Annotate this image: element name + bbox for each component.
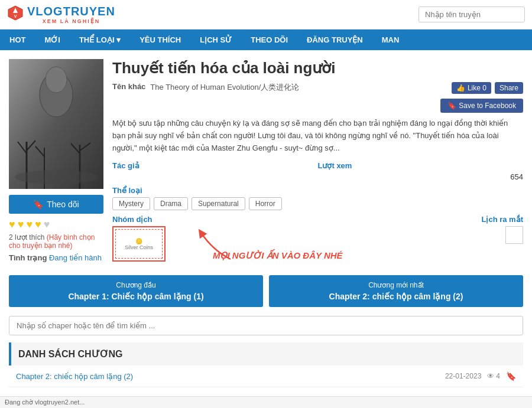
svg-point-13 bbox=[46, 67, 67, 93]
lich-label: Lịch ra mắt bbox=[318, 215, 524, 224]
tag-horror[interactable]: Horror bbox=[249, 197, 282, 210]
logo-text: VLOGTRUYEN XEM LÀ NGHIỆN bbox=[27, 5, 115, 24]
latest-chapter-title: Chapter 2: chiếc hộp câm lặng (2) bbox=[275, 292, 517, 301]
annotation-area: MỌI NGƯỜI ẤN VÀO ĐÂY NHÉ bbox=[195, 227, 242, 264]
save-facebook-button[interactable]: 🔖 Save to Facebook bbox=[440, 99, 523, 113]
status-value: Đang tiến hành bbox=[49, 253, 102, 262]
alt-name-label: Tên khác bbox=[112, 82, 145, 91]
views-label: Lượt xem bbox=[318, 161, 524, 170]
views-col: Lượt xem 654 bbox=[318, 161, 524, 181]
like-button[interactable]: 👍 Like 0 bbox=[452, 82, 491, 94]
heart-5[interactable]: ♥ bbox=[44, 218, 50, 231]
alt-name-value: The Theory of Human Evolution/人类进化论 bbox=[150, 82, 447, 93]
view-count: 4 bbox=[496, 372, 500, 380]
chapter-search[interactable] bbox=[9, 316, 523, 335]
latest-chapter-label: Chương mới nhất bbox=[275, 281, 517, 289]
bookmark-icon-follow: 🔖 bbox=[33, 200, 43, 209]
author-label: Tác giả bbox=[112, 161, 318, 170]
header: V VLOGTRUYEN XEM LÀ NGHIỆN bbox=[0, 0, 532, 30]
cover-image bbox=[9, 59, 103, 189]
author-col: Tác giả bbox=[112, 161, 318, 181]
genre-label: Thể loại bbox=[112, 186, 523, 195]
bookmark-icon-fb: 🔖 bbox=[447, 102, 456, 110]
status-bar-text: Đang chờ vlogtruyen2.net... bbox=[5, 399, 85, 406]
chapter-date: 22-01-2023 bbox=[445, 372, 481, 380]
status-bar: Đang chờ vlogtruyen2.net... bbox=[0, 396, 532, 408]
first-chapter-label: Chương đầu bbox=[15, 281, 257, 289]
nav-new[interactable]: MỚI bbox=[35, 30, 69, 50]
latest-chapter-button[interactable]: Chương mới nhất Chapter 2: chiếc hộp câm… bbox=[269, 275, 523, 307]
thumbs-up-icon: 👍 bbox=[456, 84, 465, 92]
nav-history[interactable]: LỊCH SỬ bbox=[190, 30, 241, 50]
nav-man[interactable]: MAN bbox=[372, 30, 409, 50]
first-chapter-title: Chapter 1: Chiếc hộp câm lặng (1) bbox=[15, 292, 257, 301]
logo-area: V VLOGTRUYEN XEM LÀ NGHIỆN bbox=[7, 5, 115, 24]
silver-coins-text: Silver Coins bbox=[125, 244, 153, 250]
chapter-meta: 22-01-2023 👁 4 🔖 bbox=[445, 371, 516, 381]
genre-row: Thể loại Mystery Drama Supernatural Horr… bbox=[112, 186, 523, 210]
tag-drama[interactable]: Drama bbox=[154, 197, 188, 210]
social-buttons: 👍 Like 0 Share bbox=[452, 82, 523, 94]
search-box[interactable] bbox=[419, 6, 525, 22]
svg-point-14 bbox=[15, 170, 98, 184]
manga-header: 🔖 Theo dõi ♥ ♥ ♥ ♥ ♥ 2 lượt thích (Hãy b… bbox=[9, 59, 523, 266]
heart-2[interactable]: ♥ bbox=[18, 218, 24, 231]
logo-icon: V bbox=[7, 5, 24, 24]
chapter-name[interactable]: Chapter 2: chiếc hộp câm lặng (2) bbox=[16, 372, 133, 381]
chapter-search-input[interactable] bbox=[9, 316, 523, 335]
lich-box bbox=[505, 226, 523, 244]
first-chapter-button[interactable]: Chương đầu Chapter 1: Chiếc hộp câm lặng… bbox=[9, 275, 263, 307]
search-input[interactable] bbox=[419, 6, 525, 22]
manga-description: Một bộ sưu tập những câu chuyện kỳ lạ và… bbox=[112, 117, 523, 154]
share-button[interactable]: Share bbox=[495, 82, 523, 94]
nav-favorite[interactable]: YÊU THÍCH bbox=[130, 30, 190, 50]
like-label: Like 0 bbox=[468, 84, 486, 92]
silver-coins-inner: 🪙 Silver Coins bbox=[115, 229, 163, 259]
svg-text:V: V bbox=[14, 14, 17, 18]
manga-cover: 🔖 Theo dõi ♥ ♥ ♥ ♥ ♥ 2 lượt thích (Hãy b… bbox=[9, 59, 103, 266]
genre-tags: Mystery Drama Supernatural Horror bbox=[112, 197, 523, 210]
save-fb-row: 🔖 Save to Facebook bbox=[112, 99, 523, 113]
table-row: Chapter 2: chiếc hộp câm lặng (2) 22-01-… bbox=[9, 365, 523, 387]
manga-title: Thuyết tiến hóa của loài người bbox=[112, 59, 523, 77]
heart-1[interactable]: ♥ bbox=[9, 218, 15, 231]
status-label: Tình trạng bbox=[9, 253, 47, 262]
chapter-buttons: Chương đầu Chapter 1: Chiếc hộp câm lặng… bbox=[9, 275, 523, 307]
author-views-row: Tác giả Lượt xem 654 bbox=[112, 161, 523, 181]
hearts-text: lượt thích bbox=[15, 233, 44, 241]
nav-follow[interactable]: THEO DÕI bbox=[241, 30, 297, 50]
tag-supernatural[interactable]: Supernatural bbox=[192, 197, 245, 210]
heart-4[interactable]: ♥ bbox=[35, 218, 41, 231]
annotation-text: MỌI NGƯỜI ẤN VÀO ĐÂY NHÉ bbox=[213, 250, 343, 261]
nav-upload[interactable]: ĐĂNG TRUYỆN bbox=[297, 30, 372, 50]
follow-button-label: Theo dõi bbox=[47, 200, 79, 209]
hearts-count: 2 bbox=[9, 233, 13, 241]
nav-genre[interactable]: THỂ LOẠI bbox=[70, 30, 130, 50]
nav-bar: HOT MỚI THỂ LOẠI YÊU THÍCH LỊCH SỬ THEO … bbox=[0, 30, 532, 50]
views-value: 654 bbox=[318, 172, 524, 181]
chapter-bookmark-icon[interactable]: 🔖 bbox=[506, 371, 516, 381]
manga-info: Thuyết tiến hóa của loài người Tên khác … bbox=[112, 59, 523, 266]
silver-coins-box[interactable]: 🪙 Silver Coins bbox=[112, 226, 166, 262]
alt-name-row: Tên khác The Theory of Human Evolution/人… bbox=[112, 82, 523, 94]
lich-col: Lịch ra mắt bbox=[318, 215, 524, 262]
status-row: Tình trạng Đang tiến hành bbox=[9, 253, 103, 262]
nav-hot[interactable]: HOT bbox=[0, 30, 35, 50]
nhom-dich-label: Nhóm dịch bbox=[112, 215, 318, 224]
genre-col: Thể loại Mystery Drama Supernatural Horr… bbox=[112, 186, 523, 210]
logo-main-text: VLOGTRUYEN bbox=[27, 5, 115, 18]
heart-3[interactable]: ♥ bbox=[26, 218, 33, 231]
tag-mystery[interactable]: Mystery bbox=[112, 197, 150, 210]
silver-coins-icon: 🪙 bbox=[135, 238, 142, 244]
logo-sub-text: XEM LÀ NGHIỆN bbox=[43, 18, 100, 24]
nhom-dich-row: Nhóm dịch 🪙 Silver Coins Lịch ra mắt bbox=[112, 215, 523, 262]
eye-icon: 👁 bbox=[487, 372, 494, 380]
main-content: 🔖 Theo dõi ♥ ♥ ♥ ♥ ♥ 2 lượt thích (Hãy b… bbox=[0, 50, 532, 396]
chapter-list: Chapter 2: chiếc hộp câm lặng (2) 22-01-… bbox=[9, 365, 523, 387]
chapter-views: 👁 4 bbox=[487, 372, 500, 380]
chapter-list-header: DANH SÁCH CHƯƠNG bbox=[9, 342, 523, 365]
follow-button[interactable]: 🔖 Theo dõi bbox=[9, 195, 103, 214]
hearts-row: ♥ ♥ ♥ ♥ ♥ bbox=[9, 218, 103, 231]
save-fb-label: Save to Facebook bbox=[459, 102, 516, 110]
